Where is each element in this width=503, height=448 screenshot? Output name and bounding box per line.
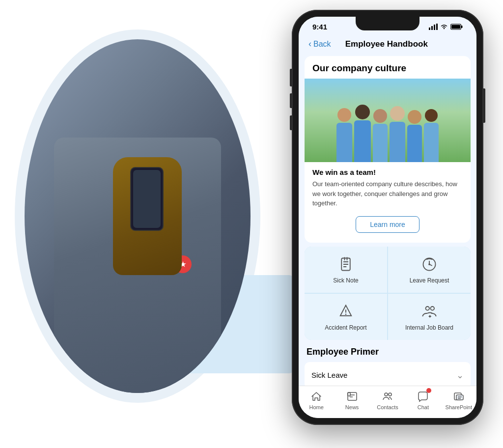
signal-icon	[429, 24, 438, 30]
accident-report-action[interactable]: Accident Report	[305, 294, 387, 340]
status-icons	[429, 24, 463, 30]
news-icon	[346, 390, 359, 403]
job-board-icon	[420, 303, 438, 320]
volume-button-1	[290, 93, 292, 108]
person-4	[390, 106, 405, 162]
svg-point-24	[389, 393, 391, 396]
contacts-tab-label: Contacts	[377, 404, 398, 410]
sharepoint-icon	[452, 390, 465, 403]
internal-job-board-action[interactable]: Internal Job Board	[388, 294, 471, 340]
nav-title: Employee Handbook	[331, 39, 442, 49]
sick-note-icon	[337, 255, 355, 273]
quick-actions-grid: Sick Note Leave Request	[305, 247, 471, 340]
home-tab-label: Home	[309, 404, 324, 410]
phone-container: 9:41	[292, 10, 488, 432]
nav-bar: ‹ Back Employee Handbook	[299, 34, 476, 52]
people-row	[305, 93, 471, 162]
phone-frame: 9:41	[292, 10, 483, 425]
svg-rect-1	[431, 26, 433, 30]
svg-point-12	[428, 263, 430, 265]
wifi-icon	[440, 24, 448, 30]
chat-tab-label: Chat	[418, 404, 429, 410]
sick-leave-label: Sick Leave	[311, 371, 347, 379]
svg-point-23	[385, 393, 388, 396]
leave-request-action[interactable]: Leave Request	[388, 247, 471, 293]
person-2	[354, 105, 371, 162]
chevron-left-icon: ‹	[308, 39, 311, 49]
back-label: Back	[313, 40, 331, 49]
leave-request-icon	[420, 255, 438, 273]
svg-point-15	[426, 307, 430, 310]
person-3	[373, 109, 388, 162]
culture-section: Our company culture	[305, 56, 471, 243]
volume-button-2	[290, 115, 292, 130]
job-board-label: Internal Job Board	[405, 324, 453, 331]
svg-rect-22	[348, 392, 350, 396]
mini-phone-screen	[133, 170, 161, 228]
svg-rect-2	[434, 25, 435, 30]
home-icon	[310, 390, 323, 403]
svg-point-16	[431, 307, 435, 310]
tab-sharepoint[interactable]: SharePoint	[441, 390, 476, 410]
tab-news[interactable]: News	[334, 390, 369, 410]
primer-title: Employee Primer	[305, 344, 471, 362]
accident-report-icon	[337, 303, 355, 320]
person-1	[336, 108, 352, 162]
svg-rect-5	[461, 26, 463, 28]
battery-icon	[450, 24, 463, 30]
culture-title: Our company culture	[305, 56, 471, 79]
culture-image	[305, 79, 471, 162]
sick-note-label: Sick Note	[333, 277, 358, 284]
learn-more-button[interactable]: Learn more	[356, 216, 419, 233]
tab-bar: Home News	[299, 386, 476, 418]
chat-badge	[426, 388, 431, 393]
svg-rect-26	[456, 395, 463, 400]
tab-home[interactable]: Home	[299, 390, 334, 410]
culture-description: Our team-oriented company culture descri…	[305, 179, 471, 214]
sharepoint-tab-label: SharePoint	[446, 404, 472, 410]
notch	[356, 17, 419, 30]
accident-report-label: Accident Report	[325, 324, 366, 331]
leave-request-label: Leave Request	[410, 277, 449, 284]
svg-rect-6	[451, 25, 460, 29]
svg-rect-19	[348, 392, 357, 400]
news-tab-label: News	[345, 404, 359, 410]
status-time: 9:41	[312, 23, 327, 31]
svg-rect-0	[429, 28, 430, 30]
tab-contacts[interactable]: Contacts	[370, 390, 405, 410]
sick-leave-chevron: ⌄	[456, 370, 464, 381]
tab-chat[interactable]: Chat	[405, 390, 441, 410]
worker-figure: ✕ ★	[25, 39, 251, 393]
phone-screen: 9:41	[299, 17, 476, 418]
chat-icon	[417, 390, 429, 403]
worker-photo: ✕ ★	[25, 39, 251, 393]
contacts-icon	[381, 390, 394, 403]
sick-leave-item[interactable]: Sick Leave ⌄	[305, 362, 471, 386]
hand-area	[103, 138, 201, 275]
scroll-content[interactable]: Our company culture	[299, 52, 476, 386]
svg-point-14	[345, 313, 347, 315]
sick-note-action[interactable]: Sick Note	[305, 247, 387, 293]
back-button[interactable]: ‹ Back	[308, 39, 331, 49]
culture-subtitle: We win as a team!	[305, 162, 471, 179]
svg-rect-3	[436, 24, 438, 30]
mini-phone	[130, 167, 164, 231]
employee-primer-section: Employee Primer Sick Leave ⌄ Leave Regul…	[305, 344, 471, 386]
person-5	[407, 110, 422, 162]
hand-shape	[113, 157, 182, 275]
person-6	[424, 109, 439, 162]
